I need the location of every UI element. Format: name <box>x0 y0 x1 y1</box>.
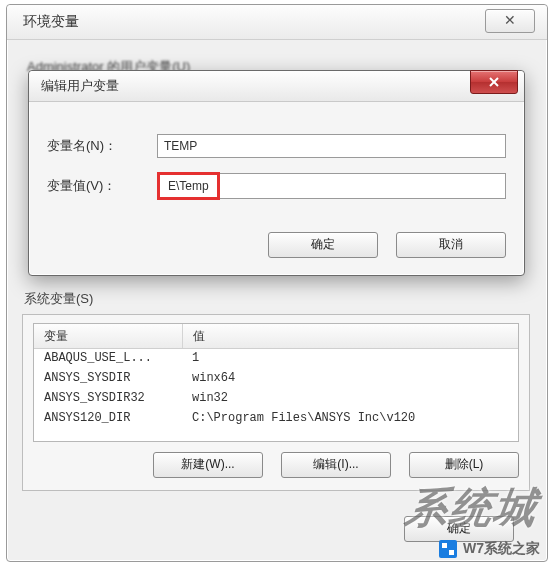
cell-var: ANSYS_SYSDIR <box>34 369 182 389</box>
sys-delete-button[interactable]: 删除(L) <box>409 452 519 478</box>
table-row[interactable]: ANSYS_SYSDIR32win32 <box>34 389 518 409</box>
cell-val: winx64 <box>182 369 518 389</box>
table-header: 变量 值 <box>34 324 518 349</box>
close-icon <box>487 75 501 89</box>
dialog-ok-button[interactable]: 确定 <box>268 232 378 258</box>
close-icon: ✕ <box>504 12 516 28</box>
table-row[interactable]: ANSYS_SYSDIRwinx64 <box>34 369 518 389</box>
var-value-input[interactable] <box>220 173 506 199</box>
var-name-input[interactable] <box>157 134 506 158</box>
cell-val: 1 <box>182 349 518 369</box>
var-value-label: 变量值(V)： <box>47 177 157 195</box>
outer-close-button[interactable]: ✕ <box>485 9 535 33</box>
dialog-titlebar[interactable]: 编辑用户变量 <box>29 71 524 102</box>
table-row[interactable]: ANSYS120_DIRC:\Program Files\ANSYS Inc\v… <box>34 409 518 429</box>
edit-user-var-dialog: 编辑用户变量 变量名(N)： 变量值(V)： E\Temp <box>28 70 525 276</box>
sys-new-button[interactable]: 新建(W)... <box>153 452 263 478</box>
dialog-close-button[interactable] <box>470 70 518 94</box>
system-vars-table[interactable]: 变量 值 ABAQUS_USE_L...1ANSYS_SYSDIRwinx64A… <box>33 323 519 442</box>
system-vars-section: 系统变量(S) 变量 值 ABAQUS_USE_L...1ANSYS_SYSDI… <box>22 286 530 491</box>
col-header-value[interactable]: 值 <box>183 324 215 348</box>
system-vars-label: 系统变量(S) <box>24 290 530 308</box>
value-highlight-box: E\Temp <box>157 172 220 200</box>
main-ok-button[interactable]: 确定 <box>404 516 514 542</box>
system-vars-frame: 变量 值 ABAQUS_USE_L...1ANSYS_SYSDIRwinx64A… <box>22 314 530 491</box>
dialog-title: 编辑用户变量 <box>41 77 119 95</box>
dialog-blur-area <box>47 112 506 120</box>
outer-titlebar: 环境变量 ✕ <box>7 5 547 40</box>
cell-var: ANSYS120_DIR <box>34 409 182 429</box>
var-value-highlighted-text: E\Temp <box>160 175 217 197</box>
cell-var: ABAQUS_USE_L... <box>34 349 182 369</box>
sys-edit-button[interactable]: 编辑(I)... <box>281 452 391 478</box>
cell-var: ANSYS_SYSDIR32 <box>34 389 182 409</box>
col-header-variable[interactable]: 变量 <box>34 324 183 348</box>
table-row[interactable]: ABAQUS_USE_L...1 <box>34 349 518 369</box>
var-name-label: 变量名(N)： <box>47 137 157 155</box>
outer-window-title: 环境变量 <box>23 13 79 31</box>
cell-val: win32 <box>182 389 518 409</box>
dialog-cancel-button[interactable]: 取消 <box>396 232 506 258</box>
cell-val: C:\Program Files\ANSYS Inc\v120 <box>182 409 518 429</box>
